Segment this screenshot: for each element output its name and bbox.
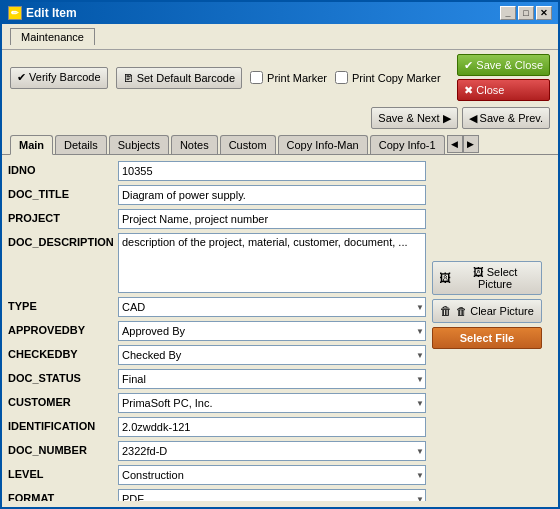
identification-label: IDENTIFICATION xyxy=(8,417,118,432)
doc-status-row: DOC_STATUS Final ▼ xyxy=(8,369,426,389)
action-bar-right: ✔ Save & Close ✖ Close xyxy=(457,54,550,101)
maximize-button[interactable]: □ xyxy=(518,6,534,20)
doc-description-textarea[interactable]: description of the project, material, cu… xyxy=(118,233,426,293)
print-copy-marker-group: Print Copy Marker xyxy=(335,71,441,84)
right-panel: 🖼 🖼 Select Picture 🗑 🗑 Clear Picture Sel… xyxy=(432,161,552,501)
main-content: IDNO DOC_TITLE PROJECT DOC_DESCRIPTION d… xyxy=(2,155,558,507)
project-row: PROJECT xyxy=(8,209,426,229)
level-select[interactable]: Construction xyxy=(118,465,426,485)
idno-input[interactable] xyxy=(118,161,426,181)
idno-row: IDNO xyxy=(8,161,426,181)
format-row: FORMAT PDF ▼ xyxy=(8,489,426,501)
identification-row: IDENTIFICATION xyxy=(8,417,426,437)
identification-input[interactable] xyxy=(118,417,426,437)
idno-label: IDNO xyxy=(8,161,118,176)
title-bar-controls: _ □ ✕ xyxy=(500,6,552,20)
window-icon: ✏ xyxy=(8,6,22,20)
clear-picture-button[interactable]: 🗑 🗑 Clear Picture xyxy=(432,299,542,323)
doc-title-row: DOC_TITLE xyxy=(8,185,426,205)
customer-label: CUSTOMER xyxy=(8,393,118,408)
customer-select-wrapper: PrimaSoft PC, Inc. ▼ xyxy=(118,393,426,413)
print-marker-label: Print Marker xyxy=(267,72,327,84)
verify-barcode-button[interactable]: ✔ Verify Barcode xyxy=(10,67,108,89)
format-label: FORMAT xyxy=(8,489,118,501)
toolbar-tab-maintenance[interactable]: Maintenance xyxy=(10,28,95,45)
approvedby-select-wrapper: Approved By ▼ xyxy=(118,321,426,341)
save-nav-bar: Save & Next ▶ ◀ Save & Prev. xyxy=(2,105,558,131)
tab-subjects[interactable]: Subjects xyxy=(109,135,169,154)
print-copy-marker-label: Print Copy Marker xyxy=(352,72,441,84)
tab-copy-info-man[interactable]: Copy Info-Man xyxy=(278,135,368,154)
approvedby-row: APPROVEDBY Approved By ▼ xyxy=(8,321,426,341)
tab-prev-button[interactable]: ◀ xyxy=(447,135,463,153)
doc-number-select-wrapper: 2322fd-D ▼ xyxy=(118,441,426,461)
close-button-main[interactable]: ✖ Close xyxy=(457,79,550,101)
type-select-wrapper: CAD ▼ xyxy=(118,297,426,317)
tab-main[interactable]: Main xyxy=(10,135,53,155)
select-picture-button[interactable]: 🖼 🖼 Select Picture xyxy=(432,261,542,295)
doc-number-row: DOC_NUMBER 2322fd-D ▼ xyxy=(8,441,426,461)
checkedby-select-wrapper: Checked By ▼ xyxy=(118,345,426,365)
checkedby-label: CHECKEDBY xyxy=(8,345,118,360)
doc-description-row: DOC_DESCRIPTION description of the proje… xyxy=(8,233,426,293)
save-next-button[interactable]: Save & Next ▶ xyxy=(371,107,457,129)
level-row: LEVEL Construction ▼ xyxy=(8,465,426,485)
minimize-button[interactable]: _ xyxy=(500,6,516,20)
tab-next-button[interactable]: ▶ xyxy=(463,135,479,153)
tab-custom[interactable]: Custom xyxy=(220,135,276,154)
customer-select[interactable]: PrimaSoft PC, Inc. xyxy=(118,393,426,413)
doc-status-label: DOC_STATUS xyxy=(8,369,118,384)
close-button[interactable]: ✕ xyxy=(536,6,552,20)
select-file-button[interactable]: Select File xyxy=(432,327,542,349)
print-marker-group: Print Marker xyxy=(250,71,327,84)
tab-details[interactable]: Details xyxy=(55,135,107,154)
toolbar: Maintenance xyxy=(2,24,558,50)
type-row: TYPE CAD ▼ xyxy=(8,297,426,317)
tab-notes[interactable]: Notes xyxy=(171,135,218,154)
doc-status-select[interactable]: Final xyxy=(118,369,426,389)
approvedby-select[interactable]: Approved By xyxy=(118,321,426,341)
type-label: TYPE xyxy=(8,297,118,312)
title-bar: ✏ Edit Item _ □ ✕ xyxy=(2,2,558,24)
doc-status-select-wrapper: Final ▼ xyxy=(118,369,426,389)
doc-title-label: DOC_TITLE xyxy=(8,185,118,200)
action-bar: ✔ Verify Barcode 🖹 Set Default Barcode P… xyxy=(2,50,558,105)
tab-bar: Main Details Subjects Notes Custom Copy … xyxy=(2,131,558,155)
save-prev-button[interactable]: ◀ Save & Prev. xyxy=(462,107,550,129)
set-default-barcode-button[interactable]: 🖹 Set Default Barcode xyxy=(116,67,243,89)
project-label: PROJECT xyxy=(8,209,118,224)
approvedby-label: APPROVEDBY xyxy=(8,321,118,336)
form-panel: IDNO DOC_TITLE PROJECT DOC_DESCRIPTION d… xyxy=(8,161,426,501)
doc-description-label: DOC_DESCRIPTION xyxy=(8,233,118,248)
customer-row: CUSTOMER PrimaSoft PC, Inc. ▼ xyxy=(8,393,426,413)
format-select-wrapper: PDF ▼ xyxy=(118,489,426,501)
tab-copy-info-1[interactable]: Copy Info-1 xyxy=(370,135,445,154)
project-input[interactable] xyxy=(118,209,426,229)
window-title: Edit Item xyxy=(26,6,77,20)
level-select-wrapper: Construction ▼ xyxy=(118,465,426,485)
checkedby-select[interactable]: Checked By xyxy=(118,345,426,365)
format-select[interactable]: PDF xyxy=(118,489,426,501)
doc-number-select[interactable]: 2322fd-D xyxy=(118,441,426,461)
doc-number-label: DOC_NUMBER xyxy=(8,441,118,456)
print-copy-marker-checkbox[interactable] xyxy=(335,71,348,84)
print-marker-checkbox[interactable] xyxy=(250,71,263,84)
main-window: ✏ Edit Item _ □ ✕ Maintenance ✔ Verify B… xyxy=(0,0,560,509)
type-select[interactable]: CAD xyxy=(118,297,426,317)
level-label: LEVEL xyxy=(8,465,118,480)
doc-title-input[interactable] xyxy=(118,185,426,205)
title-bar-left: ✏ Edit Item xyxy=(8,6,77,20)
save-close-button[interactable]: ✔ Save & Close xyxy=(457,54,550,76)
checkedby-row: CHECKEDBY Checked By ▼ xyxy=(8,345,426,365)
